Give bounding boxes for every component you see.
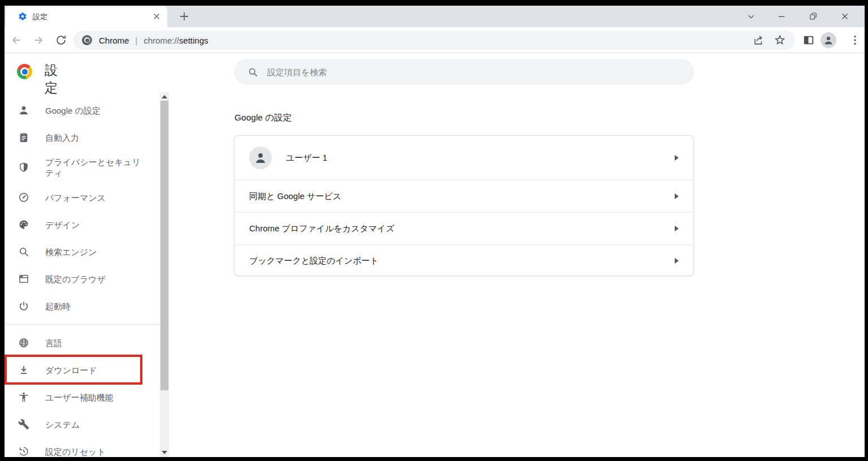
- sidebar-item-google[interactable]: Google の設定: [5, 97, 156, 124]
- history-icon: [18, 446, 29, 457]
- side-panel-icon[interactable]: [802, 34, 815, 46]
- chevron-down-icon[interactable]: [746, 11, 756, 21]
- chevron-right-icon: [675, 155, 679, 161]
- google-settings-card: ユーザー 1 同期と Google サービス Chrome プロファイルをカスタ…: [234, 135, 694, 276]
- sidebar-item-reset[interactable]: 設定のリセット: [5, 438, 156, 457]
- star-icon[interactable]: [774, 34, 786, 46]
- sidebar-item-label: パフォーマンス: [45, 192, 106, 203]
- sidebar-item-label: システム: [45, 419, 80, 430]
- sidebar-item-label: 自動入力: [45, 132, 79, 143]
- scroll-down-icon[interactable]: [162, 451, 167, 454]
- row-customize-profile[interactable]: Chrome プロファイルをカスタマイズ: [235, 212, 693, 244]
- sidebar-item-privacy[interactable]: プライバシーとセキュリティ: [5, 151, 156, 184]
- browser-icon: [18, 273, 29, 285]
- section-title: Google の設定: [235, 112, 292, 124]
- sidebar-item-on-startup[interactable]: 起動時: [5, 292, 156, 320]
- search-input[interactable]: [267, 67, 663, 77]
- profile-avatar-button[interactable]: [821, 32, 836, 48]
- tab-close-icon[interactable]: [151, 11, 162, 21]
- user-avatar: [249, 147, 272, 169]
- sidebar-item-search-engine[interactable]: 検索エンジン: [5, 238, 156, 265]
- avatar-icon: [823, 35, 834, 46]
- scroll-up-icon[interactable]: [162, 95, 167, 98]
- sidebar-item-system[interactable]: システム: [5, 411, 156, 438]
- tab-strip: 設定: [5, 6, 865, 27]
- chrome-logo-icon: [82, 35, 92, 45]
- row-label: ユーザー 1: [286, 153, 327, 163]
- restore-icon[interactable]: [808, 11, 818, 21]
- page-content: 設定 Google の設定 自動入力 プライバシーとセキュリティ: [5, 53, 865, 457]
- shield-icon: [18, 162, 29, 173]
- url-host: settings: [179, 36, 209, 45]
- scrollbar-thumb[interactable]: [160, 101, 168, 390]
- sidebar-item-appearance[interactable]: デザイン: [5, 211, 156, 238]
- sidebar-item-autofill[interactable]: 自動入力: [5, 124, 156, 151]
- minimize-icon[interactable]: [776, 11, 787, 21]
- url-scheme: chrome://: [144, 36, 179, 45]
- palette-icon: [18, 219, 29, 230]
- chevron-right-icon: [675, 258, 679, 264]
- power-icon: [18, 300, 29, 312]
- url-separator: |: [135, 36, 137, 45]
- search-icon: [18, 246, 29, 257]
- sidebar-item-label: ユーザー補助機能: [45, 392, 114, 403]
- sidebar-item-label: プライバシーとセキュリティ: [45, 157, 142, 178]
- browser-window: 設定: [0, 0, 868, 461]
- sidebar-item-performance[interactable]: パフォーマンス: [5, 184, 156, 211]
- settings-nav: Google の設定 自動入力 プライバシーとセキュリティ パフォーマンス: [5, 97, 156, 457]
- site-name: Chrome: [99, 36, 129, 45]
- kebab-menu-icon[interactable]: [849, 34, 861, 46]
- settings-gear-favicon-icon: [18, 12, 27, 21]
- person-icon: [18, 105, 29, 116]
- chrome-logo: [17, 64, 32, 79]
- sidebar-item-languages[interactable]: 言語: [5, 329, 156, 356]
- sidebar-item-downloads[interactable]: ダウンロード: [5, 356, 156, 384]
- row-label: 同期と Google サービス: [249, 191, 341, 202]
- row-sync-services[interactable]: 同期と Google サービス: [235, 180, 693, 212]
- settings-search-box[interactable]: [234, 59, 694, 85]
- chevron-right-icon: [675, 193, 679, 199]
- sidebar-item-label: 設定のリセット: [45, 446, 106, 457]
- accessibility-icon: [18, 391, 29, 403]
- sidebar-item-label: デザイン: [45, 219, 80, 230]
- tab-title: 設定: [33, 12, 47, 22]
- new-tab-icon[interactable]: [177, 10, 191, 23]
- sidebar-item-label: Google の設定: [45, 105, 101, 116]
- search-icon: [248, 67, 258, 77]
- chevron-right-icon: [675, 226, 679, 231]
- forward-icon[interactable]: [32, 34, 45, 46]
- browser-toolbar: Chrome | chrome://settings: [5, 27, 865, 53]
- wrench-icon: [18, 419, 29, 430]
- autofill-icon: [18, 132, 29, 143]
- sidebar-item-label: 検索エンジン: [45, 247, 97, 257]
- back-icon[interactable]: [10, 34, 23, 46]
- page-title: 設定: [45, 62, 58, 97]
- sidebar-item-label: 言語: [45, 338, 62, 348]
- sidebar-item-default-browser[interactable]: 既定のブラウザ: [5, 265, 156, 292]
- download-icon: [18, 364, 29, 376]
- row-user-profile[interactable]: ユーザー 1: [235, 136, 693, 180]
- row-label: ブックマークと設定のインポート: [249, 256, 379, 266]
- sidebar-item-label: 起動時: [45, 301, 71, 312]
- reload-icon[interactable]: [55, 34, 67, 46]
- globe-icon: [18, 337, 29, 348]
- speedometer-icon: [18, 192, 29, 203]
- share-icon[interactable]: [752, 34, 765, 46]
- nav-divider: [5, 324, 160, 325]
- tab-settings[interactable]: 設定: [6, 6, 167, 27]
- sidebar-scrollbar[interactable]: [160, 92, 169, 457]
- row-import-bookmarks[interactable]: ブックマークと設定のインポート: [235, 244, 693, 276]
- close-icon[interactable]: [840, 11, 850, 21]
- sidebar-item-label: 既定のブラウザ: [45, 274, 106, 285]
- sidebar-item-label: ダウンロード: [45, 365, 97, 376]
- row-label: Chrome プロファイルをカスタマイズ: [249, 223, 394, 234]
- avatar-icon: [253, 150, 268, 165]
- address-bar[interactable]: Chrome | chrome://settings: [73, 31, 795, 50]
- sidebar-item-accessibility[interactable]: ユーザー補助機能: [5, 384, 156, 411]
